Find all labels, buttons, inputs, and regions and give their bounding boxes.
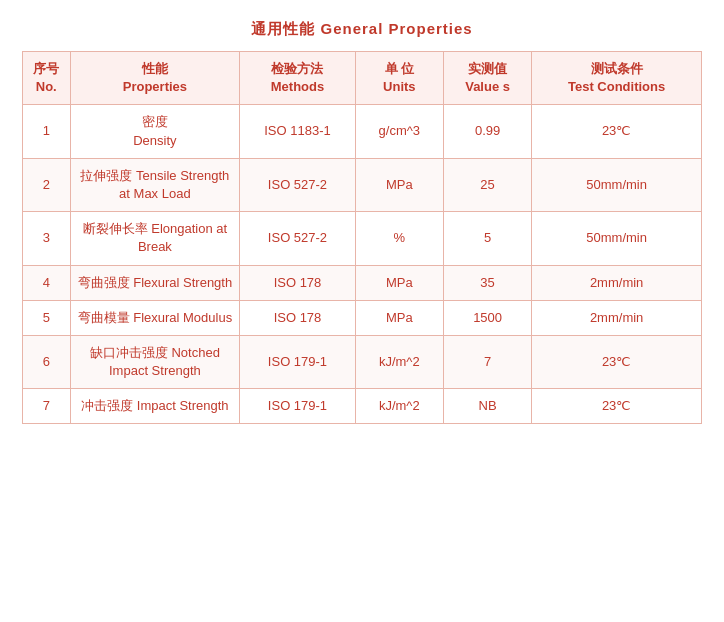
cell-test: 50mm/min [532,158,702,211]
cell-test: 23℃ [532,389,702,424]
cell-prop: 拉伸强度 Tensile Strength at Max Load [70,158,240,211]
cell-no: 4 [23,265,71,300]
cell-prop: 冲击强度 Impact Strength [70,389,240,424]
cell-test: 23℃ [532,105,702,158]
cell-no: 6 [23,335,71,388]
table-row: 6缺口冲击强度 Notched Impact StrengthISO 179-1… [23,335,702,388]
header-row: 序号 No. 性能 Properties 检验方法 Methods 单 位 Un… [23,52,702,105]
cell-prop: 缺口冲击强度 Notched Impact Strength [70,335,240,388]
cell-units: MPa [355,265,443,300]
cell-units: g/cm^3 [355,105,443,158]
cell-value: 5 [443,212,531,265]
header-method: 检验方法 Methods [240,52,355,105]
cell-prop: 弯曲模量 Flexural Modulus [70,300,240,335]
cell-units: MPa [355,300,443,335]
table-row: 1密度 DensityISO 1183-1g/cm^30.9923℃ [23,105,702,158]
cell-no: 5 [23,300,71,335]
header-test: 测试条件 Test Conditions [532,52,702,105]
cell-method: ISO 527-2 [240,212,355,265]
cell-prop: 弯曲强度 Flexural Strength [70,265,240,300]
cell-test: 50mm/min [532,212,702,265]
cell-units: kJ/m^2 [355,389,443,424]
cell-method: ISO 178 [240,265,355,300]
cell-method: ISO 179-1 [240,389,355,424]
cell-value: 25 [443,158,531,211]
header-values: 实测值 Value s [443,52,531,105]
cell-value: 1500 [443,300,531,335]
cell-prop: 密度 Density [70,105,240,158]
table-row: 3断裂伸长率 Elongation at BreakISO 527-2%550m… [23,212,702,265]
header-no: 序号 No. [23,52,71,105]
table-title: 通用性能 General Properties [22,20,702,39]
cell-method: ISO 179-1 [240,335,355,388]
cell-method: ISO 527-2 [240,158,355,211]
cell-value: 7 [443,335,531,388]
table-container: 通用性能 General Properties 序号 No. 性能 Proper… [22,20,702,424]
cell-test: 2mm/min [532,300,702,335]
header-prop: 性能 Properties [70,52,240,105]
cell-no: 3 [23,212,71,265]
cell-value: 35 [443,265,531,300]
cell-value: NB [443,389,531,424]
cell-units: % [355,212,443,265]
cell-no: 2 [23,158,71,211]
properties-table: 序号 No. 性能 Properties 检验方法 Methods 单 位 Un… [22,51,702,424]
cell-method: ISO 1183-1 [240,105,355,158]
cell-units: MPa [355,158,443,211]
table-row: 4弯曲强度 Flexural StrengthISO 178MPa352mm/m… [23,265,702,300]
cell-prop: 断裂伸长率 Elongation at Break [70,212,240,265]
cell-test: 23℃ [532,335,702,388]
cell-no: 1 [23,105,71,158]
cell-units: kJ/m^2 [355,335,443,388]
cell-method: ISO 178 [240,300,355,335]
cell-value: 0.99 [443,105,531,158]
cell-no: 7 [23,389,71,424]
table-row: 5弯曲模量 Flexural ModulusISO 178MPa15002mm/… [23,300,702,335]
table-row: 2拉伸强度 Tensile Strength at Max LoadISO 52… [23,158,702,211]
cell-test: 2mm/min [532,265,702,300]
table-row: 7冲击强度 Impact StrengthISO 179-1kJ/m^2NB23… [23,389,702,424]
header-units: 单 位 Units [355,52,443,105]
